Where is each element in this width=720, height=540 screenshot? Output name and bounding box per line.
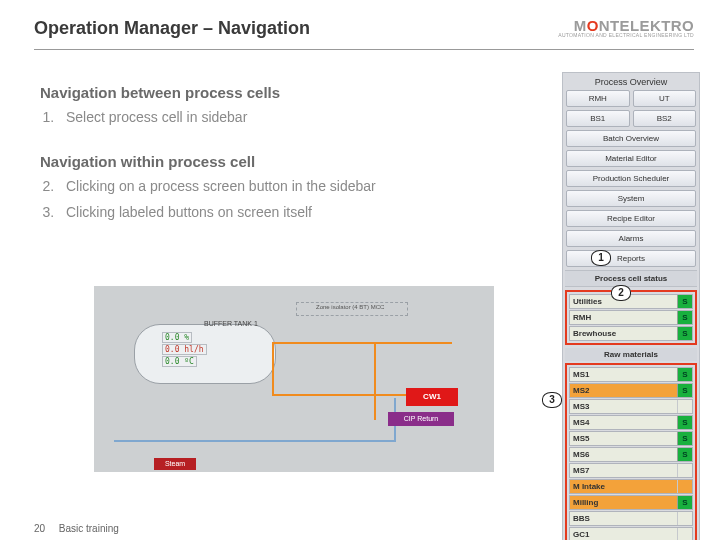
subhead-nav-between: Navigation between process cells — [40, 84, 544, 101]
buffer-tank-label: BUFFER TANK 1 — [204, 320, 258, 327]
subhead-nav-within: Navigation within process cell — [40, 153, 544, 170]
process-cell-group: UtilitiesSRMHSBrewhouseS — [565, 290, 697, 345]
status-badge: S — [677, 311, 692, 324]
pipe — [114, 440, 394, 442]
menu-alarms[interactable]: Alarms — [566, 230, 696, 247]
list-item-label: MS1 — [570, 368, 677, 381]
list-item[interactable]: MS4S — [569, 415, 693, 430]
status-badge — [677, 480, 692, 493]
cw1-button[interactable]: CW1 — [406, 388, 458, 406]
zone-isolator-label: Zone isolator (4 BT) MCC — [316, 304, 384, 310]
tab-bs2[interactable]: BS2 — [633, 110, 697, 127]
list-item[interactable]: MS5S — [569, 431, 693, 446]
status-badge: S — [677, 416, 692, 429]
list-item-label: RMH — [570, 311, 677, 324]
tank-read-pct: 0.0 % — [162, 332, 192, 343]
callout-1: 1 — [591, 250, 611, 266]
status-badge: S — [677, 368, 692, 381]
list-item-label: MS6 — [570, 448, 677, 461]
menu-system[interactable]: System — [566, 190, 696, 207]
list-item[interactable]: UtilitiesS — [569, 294, 693, 309]
header-rule — [34, 49, 694, 50]
status-badge — [677, 512, 692, 525]
page-number: 20 — [34, 523, 56, 534]
raw-materials-group: MS1SMS2SMS3MS4SMS5SMS6SMS7M IntakeMillin… — [565, 363, 697, 540]
page-title: Operation Manager – Navigation — [34, 18, 310, 39]
list-item-label: MS4 — [570, 416, 677, 429]
list-item-label: MS7 — [570, 464, 677, 477]
sidebar-overview-title: Process Overview — [566, 77, 696, 87]
status-badge — [677, 464, 692, 477]
step-1: Select process cell in sidebar — [58, 109, 544, 125]
menu-production-scheduler[interactable]: Production Scheduler — [566, 170, 696, 187]
callout-2: 2 — [611, 285, 631, 301]
list-item-label: MS3 — [570, 400, 677, 413]
pipe — [272, 342, 274, 396]
status-badge — [677, 528, 692, 540]
slide-footer: 20 Basic training — [34, 523, 119, 534]
tab-bs1[interactable]: BS1 — [566, 110, 630, 127]
list-item[interactable]: MS3 — [569, 399, 693, 414]
list-item[interactable]: GC1 — [569, 527, 693, 540]
list-item[interactable]: MS2S — [569, 383, 693, 398]
pipe — [272, 342, 452, 344]
footer-label: Basic training — [59, 523, 119, 534]
status-badge: S — [677, 496, 692, 509]
list-item-label: MS2 — [570, 384, 677, 397]
menu-recipe-editor[interactable]: Recipe Editor — [566, 210, 696, 227]
list-item-label: M Intake — [570, 480, 677, 493]
pipe — [272, 394, 408, 396]
steam-button[interactable]: Steam — [154, 458, 196, 470]
status-badge: S — [677, 448, 692, 461]
status-badge — [677, 400, 692, 413]
status-badge: S — [677, 295, 692, 308]
tab-ut[interactable]: UT — [633, 90, 697, 107]
step-3: Clicking labeled buttons on screen itsel… — [58, 204, 544, 220]
menu-material-editor[interactable]: Material Editor — [566, 150, 696, 167]
list-item-label: BBS — [570, 512, 677, 525]
cip-return-button[interactable]: CIP Return — [388, 412, 454, 426]
list-item[interactable]: BrewhouseS — [569, 326, 693, 341]
process-cell-status-header: Process cell status — [565, 270, 697, 287]
list-item[interactable]: MS7 — [569, 463, 693, 478]
tank-read-temp: 0.0 ºC — [162, 356, 197, 367]
brand-tagline: AUTOMATION AND ELECTRICAL ENGINEERING LT… — [558, 33, 694, 38]
pipe — [374, 342, 376, 420]
list-item[interactable]: BBS — [569, 511, 693, 526]
list-item-label: MS5 — [570, 432, 677, 445]
list-item-label: GC1 — [570, 528, 677, 540]
step-2: Clicking on a process screen button in t… — [58, 178, 544, 194]
list-item-label: Milling — [570, 496, 677, 509]
list-item[interactable]: MS1S — [569, 367, 693, 382]
tank-read-flow: 0.0 hl/h — [162, 344, 207, 355]
status-badge: S — [677, 384, 692, 397]
menu-reports[interactable]: Reports — [566, 250, 696, 267]
status-badge: S — [677, 327, 692, 340]
status-badge: S — [677, 432, 692, 445]
list-item[interactable]: RMHS — [569, 310, 693, 325]
raw-materials-header: Raw materials — [565, 348, 697, 361]
brand-logo: MONTELEKTRO AUTOMATION AND ELECTRICAL EN… — [558, 18, 694, 38]
list-item-label: Brewhouse — [570, 327, 677, 340]
menu-batch-overview[interactable]: Batch Overview — [566, 130, 696, 147]
process-diagram: Zone isolator (4 BT) MCC BUFFER TANK 1 0… — [94, 286, 494, 472]
list-item[interactable]: MillingS — [569, 495, 693, 510]
callout-3: 3 — [542, 392, 562, 408]
tab-rmh[interactable]: RMH — [566, 90, 630, 107]
list-item[interactable]: MS6S — [569, 447, 693, 462]
sidebar-panel: Process Overview RMH UT BS1 BS2 Batch Ov… — [562, 72, 700, 540]
list-item[interactable]: M Intake — [569, 479, 693, 494]
